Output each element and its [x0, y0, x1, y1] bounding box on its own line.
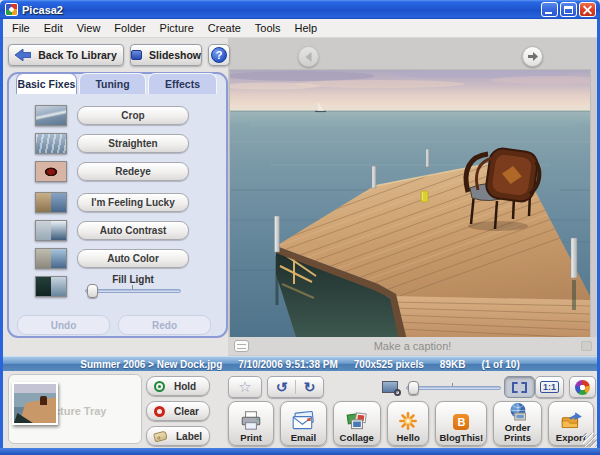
back-arrow-icon — [15, 49, 31, 61]
caption-toggle-icon[interactable] — [581, 341, 592, 351]
fit-view-icon — [512, 382, 527, 393]
email-button[interactable]: Email — [280, 401, 326, 446]
feeling-lucky-button[interactable]: I'm Feeling Lucky — [77, 193, 189, 212]
redeye-button[interactable]: Redeye — [77, 162, 189, 181]
fill-light-thumbnail — [35, 276, 67, 297]
status-filesize: 89KB — [440, 359, 466, 370]
status-dimensions: 700x525 pixels — [354, 359, 424, 370]
picasa-logo-icon — [575, 380, 590, 395]
blogthis-label: BlogThis! — [439, 433, 483, 443]
one-to-one-icon: 1:1 — [540, 381, 559, 393]
collage-button[interactable]: Collage — [333, 401, 381, 446]
menu-tools[interactable]: Tools — [248, 20, 288, 36]
actual-size-button[interactable]: 1:1 — [535, 376, 564, 398]
actions-row: Print Email Collage — [228, 401, 594, 446]
hold-label: Hold — [174, 381, 196, 392]
email-icon — [291, 411, 315, 431]
tray-photo-thumbnail[interactable] — [12, 382, 58, 425]
print-icon — [239, 411, 263, 431]
fill-light-slider[interactable] — [85, 289, 181, 293]
slideshow-label: Slideshow — [149, 49, 201, 61]
resize-grip[interactable] — [583, 433, 597, 447]
back-to-library-label: Back To Library — [38, 49, 117, 61]
close-button[interactable] — [579, 2, 596, 17]
hold-button[interactable]: Hold — [146, 376, 210, 396]
picasa-logo-button[interactable] — [569, 376, 596, 398]
menu-help[interactable]: Help — [288, 20, 325, 36]
caption-bar[interactable]: Make a caption! — [228, 337, 597, 355]
crop-thumbnail — [35, 105, 67, 126]
zoom-slider[interactable] — [406, 386, 501, 390]
hello-label: Hello — [396, 433, 419, 443]
auto-color-thumbnail — [35, 248, 67, 269]
menu-view[interactable]: View — [70, 20, 108, 36]
zoom-slider-thumb[interactable] — [408, 381, 419, 395]
window-border-bottom — [0, 448, 600, 455]
blogger-icon: B — [453, 414, 469, 430]
filmstrip-prev-button[interactable] — [298, 46, 319, 67]
auto-color-button[interactable]: Auto Color — [77, 249, 189, 268]
menu-picture[interactable]: Picture — [153, 20, 201, 36]
rotate-ccw-button[interactable]: ↺ — [268, 379, 295, 395]
slideshow-button[interactable]: Slideshow — [130, 44, 202, 66]
filmstrip-next-button[interactable] — [522, 46, 543, 67]
window-border-left — [0, 19, 3, 448]
maximize-icon — [564, 6, 573, 14]
maximize-button[interactable] — [560, 2, 577, 17]
title-bar[interactable]: Picasa2 — [0, 0, 600, 19]
status-index: (1 of 10) — [481, 359, 519, 370]
minimize-button[interactable] — [541, 2, 558, 17]
feeling-lucky-thumbnail — [35, 192, 67, 213]
clear-button[interactable]: Clear — [146, 401, 210, 421]
hello-button[interactable]: Hello — [387, 401, 429, 446]
caption-placeholder[interactable]: Make a caption! — [228, 340, 597, 352]
help-icon: ? — [211, 47, 227, 63]
order-prints-icon — [506, 402, 530, 421]
status-datetime: 7/10/2006 9:51:38 PM — [238, 359, 338, 370]
menu-file[interactable]: File — [5, 20, 37, 36]
email-label: Email — [291, 433, 316, 443]
hold-icon — [154, 381, 165, 392]
export-icon — [559, 411, 583, 431]
label-button[interactable]: Label — [146, 426, 210, 446]
print-label: Print — [240, 433, 262, 443]
star-icon: ☆ — [238, 378, 251, 396]
rotate-group: ↺ ↻ — [267, 376, 324, 398]
app-icon — [5, 3, 18, 16]
help-button[interactable]: ? — [208, 44, 230, 66]
clear-label: Clear — [174, 406, 199, 417]
tab-tuning[interactable]: Tuning — [79, 73, 146, 94]
bottom-tray: Picture Tray Hold Clear Label ☆ ↺ ↻ 1:1 — [3, 371, 597, 448]
clear-icon — [154, 406, 165, 417]
straighten-thumbnail — [35, 133, 67, 154]
back-to-library-button[interactable]: Back To Library — [8, 44, 124, 66]
menu-create[interactable]: Create — [201, 20, 248, 36]
auto-contrast-button[interactable]: Auto Contrast — [77, 221, 189, 240]
photo-canvas[interactable] — [230, 70, 590, 337]
straighten-button[interactable]: Straighten — [77, 134, 189, 153]
rotate-cw-button[interactable]: ↻ — [296, 379, 323, 395]
arrow-right-icon — [526, 50, 539, 63]
menu-folder[interactable]: Folder — [107, 20, 152, 36]
fit-view-button[interactable] — [504, 376, 535, 398]
collage-icon — [345, 411, 369, 431]
caption-icon — [234, 340, 249, 352]
edit-sidebar-region: Back To Library Slideshow ? Basic Fixes … — [3, 38, 228, 356]
tab-effects[interactable]: Effects — [148, 73, 217, 94]
star-button[interactable]: ☆ — [228, 376, 262, 398]
undo-button[interactable]: Undo — [17, 315, 110, 335]
menu-edit[interactable]: Edit — [37, 20, 70, 36]
fill-light-slider-thumb[interactable] — [87, 284, 98, 298]
edit-panel: Basic Fixes Tuning Effects Crop Straight… — [7, 72, 228, 338]
crop-button[interactable]: Crop — [77, 106, 189, 125]
export-label: Export — [556, 433, 586, 443]
label-tag-icon — [153, 430, 168, 442]
window-title: Picasa2 — [22, 4, 63, 16]
tab-basic-fixes[interactable]: Basic Fixes — [16, 73, 77, 94]
order-prints-button[interactable]: Order Prints — [493, 401, 541, 446]
picture-tray[interactable]: Picture Tray — [8, 374, 142, 444]
blogthis-button[interactable]: B BlogThis! — [435, 401, 487, 446]
tray-thumb-chair — [40, 396, 47, 405]
redo-button[interactable]: Redo — [118, 315, 211, 335]
print-button[interactable]: Print — [228, 401, 274, 446]
